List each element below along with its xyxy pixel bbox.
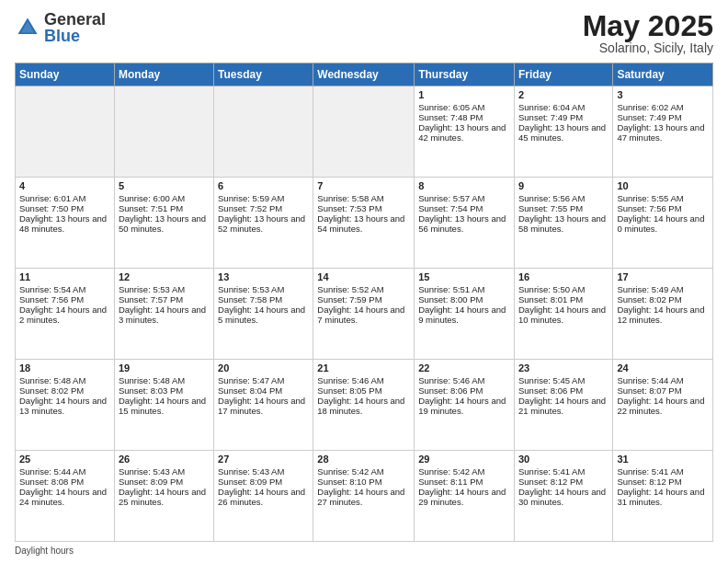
sunset-text: Sunset: 7:52 PM: [218, 203, 309, 213]
sunset-text: Sunset: 8:09 PM: [119, 477, 210, 487]
sunset-text: Sunset: 7:51 PM: [119, 203, 210, 213]
day-number: 26: [119, 454, 210, 465]
day-number: 1: [418, 89, 510, 100]
daylight-text: Daylight: 13 hours and 58 minutes.: [518, 213, 609, 234]
daylight-text: Daylight: 13 hours and 45 minutes.: [518, 122, 609, 143]
sunrise-text: Sunrise: 5:51 AM: [418, 284, 510, 294]
day-number: 31: [617, 454, 709, 465]
sunrise-text: Sunrise: 5:43 AM: [218, 466, 309, 477]
calendar-cell: 28Sunrise: 5:42 AMSunset: 8:10 PMDayligh…: [313, 451, 415, 542]
calendar-cell: 27Sunrise: 5:43 AMSunset: 8:09 PMDayligh…: [214, 451, 313, 542]
daylight-text: Daylight: 14 hours and 26 minutes.: [218, 487, 309, 507]
logo-blue-text: Blue: [44, 28, 106, 44]
sunset-text: Sunset: 7:48 PM: [418, 112, 510, 122]
day-number: 27: [218, 454, 309, 465]
day-of-week-header: Saturday: [613, 63, 713, 86]
sunset-text: Sunset: 8:06 PM: [518, 385, 609, 396]
sunset-text: Sunset: 8:08 PM: [19, 477, 110, 487]
day-number: 28: [317, 454, 410, 465]
sunset-text: Sunset: 7:49 PM: [617, 112, 709, 122]
location-subtitle: Solarino, Sicily, Italy: [583, 40, 713, 55]
day-number: 13: [218, 271, 309, 282]
sunset-text: Sunset: 7:49 PM: [518, 112, 609, 122]
title-block: May 2025 Solarino, Sicily, Italy: [583, 11, 713, 55]
sunrise-text: Sunrise: 6:05 AM: [418, 102, 510, 112]
calendar-week-row: 1Sunrise: 6:05 AMSunset: 7:48 PMDaylight…: [16, 86, 713, 178]
calendar-cell: [16, 86, 115, 178]
calendar-cell: 15Sunrise: 5:51 AMSunset: 8:00 PMDayligh…: [415, 269, 515, 360]
calendar-cell: 8Sunrise: 5:57 AMSunset: 7:54 PMDaylight…: [415, 178, 515, 269]
sunrise-text: Sunrise: 5:43 AM: [119, 466, 210, 477]
calendar-cell: 20Sunrise: 5:47 AMSunset: 8:04 PMDayligh…: [214, 360, 313, 451]
daylight-text: Daylight: 14 hours and 29 minutes.: [418, 487, 510, 507]
calendar-week-row: 4Sunrise: 6:01 AMSunset: 7:50 PMDaylight…: [16, 178, 713, 269]
sunset-text: Sunset: 8:12 PM: [617, 477, 709, 487]
daylight-text: Daylight: 14 hours and 30 minutes.: [518, 487, 609, 507]
sunset-text: Sunset: 8:03 PM: [119, 385, 210, 396]
daylight-text: Daylight: 14 hours and 12 minutes.: [617, 304, 709, 325]
day-number: 25: [19, 454, 110, 465]
daylight-text: Daylight: 14 hours and 19 minutes.: [418, 396, 510, 416]
day-of-week-header: Thursday: [415, 63, 515, 86]
calendar-cell: 7Sunrise: 5:58 AMSunset: 7:53 PMDaylight…: [313, 178, 415, 269]
sunrise-text: Sunrise: 5:54 AM: [19, 284, 110, 294]
sunset-text: Sunset: 7:59 PM: [317, 294, 410, 304]
day-number: 10: [617, 180, 709, 191]
sunset-text: Sunset: 8:00 PM: [418, 294, 510, 304]
daylight-text: Daylight: 14 hours and 17 minutes.: [218, 396, 309, 416]
sunrise-text: Sunrise: 5:48 AM: [19, 375, 110, 385]
daylight-text: Daylight: 14 hours and 31 minutes.: [617, 487, 709, 507]
sunset-text: Sunset: 8:02 PM: [19, 385, 110, 396]
day-number: 17: [617, 271, 709, 282]
sunrise-text: Sunrise: 5:42 AM: [418, 466, 510, 477]
day-of-week-header: Monday: [114, 63, 213, 86]
sunrise-text: Sunrise: 6:02 AM: [617, 102, 709, 112]
sunrise-text: Sunrise: 5:49 AM: [617, 284, 709, 294]
daylight-text: Daylight: 13 hours and 42 minutes.: [418, 122, 510, 143]
logo-text: General Blue: [44, 11, 106, 44]
sunrise-text: Sunrise: 5:57 AM: [418, 193, 510, 203]
sunset-text: Sunset: 7:54 PM: [418, 203, 510, 213]
daylight-text: Daylight: 14 hours and 13 minutes.: [19, 396, 110, 416]
day-number: 2: [518, 89, 609, 100]
calendar-week-row: 18Sunrise: 5:48 AMSunset: 8:02 PMDayligh…: [16, 360, 713, 451]
day-of-week-header: Friday: [514, 63, 612, 86]
day-number: 18: [19, 362, 110, 373]
calendar-cell: [114, 86, 213, 178]
daylight-text: Daylight: 14 hours and 9 minutes.: [418, 304, 510, 325]
calendar-cell: 26Sunrise: 5:43 AMSunset: 8:09 PMDayligh…: [114, 451, 213, 542]
sunset-text: Sunset: 7:56 PM: [19, 294, 110, 304]
daylight-text: Daylight: 14 hours and 22 minutes.: [617, 396, 709, 416]
sunset-text: Sunset: 8:10 PM: [317, 477, 410, 487]
day-of-week-header: Tuesday: [214, 63, 313, 86]
sunrise-text: Sunrise: 5:59 AM: [218, 193, 309, 203]
calendar-cell: 29Sunrise: 5:42 AMSunset: 8:11 PMDayligh…: [415, 451, 515, 542]
calendar-cell: 17Sunrise: 5:49 AMSunset: 8:02 PMDayligh…: [613, 269, 713, 360]
days-of-week-row: SundayMondayTuesdayWednesdayThursdayFrid…: [16, 63, 713, 86]
sunrise-text: Sunrise: 5:53 AM: [218, 284, 309, 294]
sunset-text: Sunset: 8:05 PM: [317, 385, 410, 396]
calendar-cell: 25Sunrise: 5:44 AMSunset: 8:08 PMDayligh…: [16, 451, 115, 542]
footer-note: Daylight hours: [15, 546, 713, 556]
sunrise-text: Sunrise: 5:46 AM: [317, 375, 410, 385]
calendar-cell: 4Sunrise: 6:01 AMSunset: 7:50 PMDaylight…: [16, 178, 115, 269]
calendar-body: 1Sunrise: 6:05 AMSunset: 7:48 PMDaylight…: [16, 86, 713, 542]
sunrise-text: Sunrise: 5:46 AM: [418, 375, 510, 385]
daylight-text: Daylight: 13 hours and 54 minutes.: [317, 213, 410, 234]
sunset-text: Sunset: 8:04 PM: [218, 385, 309, 396]
sunrise-text: Sunrise: 5:55 AM: [617, 193, 709, 203]
sunrise-text: Sunrise: 5:47 AM: [218, 375, 309, 385]
calendar-cell: 13Sunrise: 5:53 AMSunset: 7:58 PMDayligh…: [214, 269, 313, 360]
page: General Blue May 2025 Solarino, Sicily, …: [0, 0, 728, 563]
calendar-cell: 14Sunrise: 5:52 AMSunset: 7:59 PMDayligh…: [313, 269, 415, 360]
sunset-text: Sunset: 8:12 PM: [518, 477, 609, 487]
day-number: 12: [119, 271, 210, 282]
calendar-table: SundayMondayTuesdayWednesdayThursdayFrid…: [15, 63, 713, 542]
calendar-week-row: 11Sunrise: 5:54 AMSunset: 7:56 PMDayligh…: [16, 269, 713, 360]
day-of-week-header: Sunday: [16, 63, 115, 86]
calendar-cell: 9Sunrise: 5:56 AMSunset: 7:55 PMDaylight…: [514, 178, 612, 269]
day-number: 19: [119, 362, 210, 373]
calendar-cell: 18Sunrise: 5:48 AMSunset: 8:02 PMDayligh…: [16, 360, 115, 451]
daylight-text: Daylight: 13 hours and 47 minutes.: [617, 122, 709, 143]
sunrise-text: Sunrise: 5:44 AM: [617, 375, 709, 385]
